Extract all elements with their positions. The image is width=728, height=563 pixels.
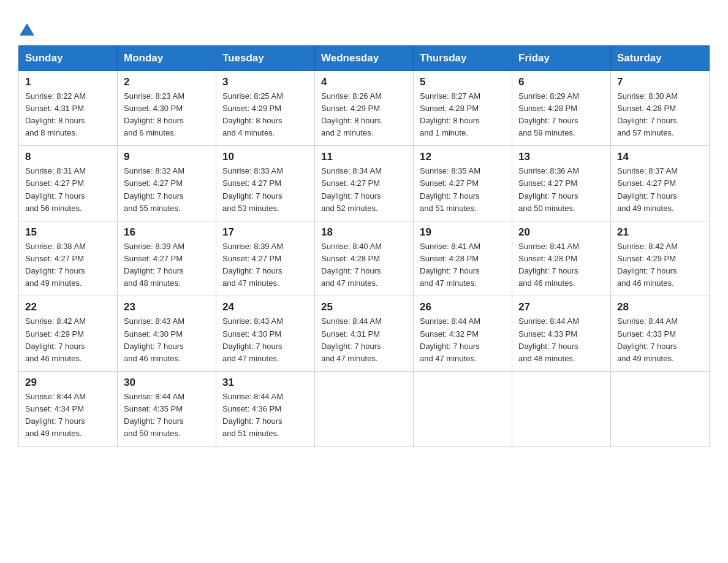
day-number: 20 (518, 226, 604, 239)
day-number: 6 (518, 76, 604, 88)
calendar-cell (611, 372, 710, 447)
calendar-cell: 31 Sunrise: 8:44 AMSunset: 4:36 PMDaylig… (216, 372, 315, 447)
calendar-table: SundayMondayTuesdayWednesdayThursdayFrid… (18, 45, 710, 447)
calendar-cell: 19 Sunrise: 8:41 AMSunset: 4:28 PMDaylig… (414, 221, 512, 296)
day-number: 10 (222, 151, 308, 163)
day-info: Sunrise: 8:39 AMSunset: 4:27 PMDaylight:… (124, 242, 184, 288)
day-number: 7 (617, 76, 703, 88)
day-info: Sunrise: 8:32 AMSunset: 4:27 PMDaylight:… (124, 166, 184, 212)
day-number: 18 (321, 226, 407, 239)
day-number: 2 (124, 76, 210, 88)
day-info: Sunrise: 8:41 AMSunset: 4:28 PMDaylight:… (518, 242, 579, 288)
day-info: Sunrise: 8:33 AMSunset: 4:27 PMDaylight:… (222, 166, 283, 212)
col-header-sunday: Sunday (19, 45, 118, 71)
day-number: 17 (222, 226, 308, 239)
day-number: 13 (518, 151, 604, 163)
day-number: 25 (321, 301, 407, 313)
col-header-tuesday: Tuesday (216, 45, 315, 71)
calendar-cell: 16 Sunrise: 8:39 AMSunset: 4:27 PMDaylig… (118, 221, 216, 296)
col-header-thursday: Thursday (414, 45, 512, 71)
day-info: Sunrise: 8:44 AMSunset: 4:31 PMDaylight:… (321, 316, 382, 362)
day-number: 24 (222, 301, 308, 313)
day-info: Sunrise: 8:39 AMSunset: 4:27 PMDaylight:… (222, 242, 283, 288)
calendar-cell: 23 Sunrise: 8:43 AMSunset: 4:30 PMDaylig… (118, 296, 216, 372)
calendar-cell: 9 Sunrise: 8:32 AMSunset: 4:27 PMDayligh… (118, 146, 216, 221)
day-info: Sunrise: 8:25 AMSunset: 4:29 PMDaylight:… (222, 91, 283, 137)
day-number: 4 (321, 76, 407, 88)
col-header-wednesday: Wednesday (315, 45, 414, 71)
calendar-cell: 1 Sunrise: 8:22 AMSunset: 4:31 PMDayligh… (19, 71, 118, 146)
calendar-cell: 10 Sunrise: 8:33 AMSunset: 4:27 PMDaylig… (216, 146, 315, 221)
day-info: Sunrise: 8:31 AMSunset: 4:27 PMDaylight:… (25, 166, 86, 212)
day-number: 27 (518, 301, 604, 313)
calendar-cell: 15 Sunrise: 8:38 AMSunset: 4:27 PMDaylig… (19, 221, 118, 296)
day-number: 21 (617, 226, 703, 239)
calendar-week-row: 22 Sunrise: 8:42 AMSunset: 4:29 PMDaylig… (19, 296, 710, 372)
calendar-cell: 30 Sunrise: 8:44 AMSunset: 4:35 PMDaylig… (118, 372, 216, 447)
day-number: 9 (124, 151, 210, 163)
day-number: 31 (222, 377, 308, 389)
calendar-cell: 8 Sunrise: 8:31 AMSunset: 4:27 PMDayligh… (19, 146, 118, 221)
col-header-friday: Friday (512, 45, 611, 71)
day-info: Sunrise: 8:26 AMSunset: 4:29 PMDaylight:… (321, 91, 382, 137)
calendar-week-row: 29 Sunrise: 8:44 AMSunset: 4:34 PMDaylig… (19, 372, 710, 447)
day-info: Sunrise: 8:40 AMSunset: 4:28 PMDaylight:… (321, 242, 382, 288)
calendar-cell: 17 Sunrise: 8:39 AMSunset: 4:27 PMDaylig… (216, 221, 315, 296)
calendar-cell: 2 Sunrise: 8:23 AMSunset: 4:30 PMDayligh… (118, 71, 216, 146)
day-info: Sunrise: 8:44 AMSunset: 4:33 PMDaylight:… (617, 316, 678, 362)
day-number: 26 (420, 301, 506, 313)
logo (18, 18, 34, 39)
page-header (18, 12, 710, 39)
day-info: Sunrise: 8:44 AMSunset: 4:36 PMDaylight:… (222, 392, 283, 438)
day-info: Sunrise: 8:44 AMSunset: 4:34 PMDaylight:… (25, 392, 86, 438)
day-number: 8 (25, 151, 111, 163)
day-number: 3 (222, 76, 308, 88)
day-number: 14 (617, 151, 703, 163)
day-info: Sunrise: 8:43 AMSunset: 4:30 PMDaylight:… (124, 316, 184, 362)
day-info: Sunrise: 8:29 AMSunset: 4:28 PMDaylight:… (518, 91, 579, 137)
calendar-cell: 24 Sunrise: 8:43 AMSunset: 4:30 PMDaylig… (216, 296, 315, 372)
day-number: 19 (420, 226, 506, 239)
calendar-cell: 25 Sunrise: 8:44 AMSunset: 4:31 PMDaylig… (315, 296, 414, 372)
calendar-week-row: 1 Sunrise: 8:22 AMSunset: 4:31 PMDayligh… (19, 71, 710, 146)
calendar-cell: 14 Sunrise: 8:37 AMSunset: 4:27 PMDaylig… (611, 146, 710, 221)
day-number: 22 (25, 301, 111, 313)
day-info: Sunrise: 8:30 AMSunset: 4:28 PMDaylight:… (617, 91, 678, 137)
calendar-cell: 21 Sunrise: 8:42 AMSunset: 4:29 PMDaylig… (611, 221, 710, 296)
logo-triangle-icon (20, 23, 34, 36)
day-number: 1 (25, 76, 111, 88)
day-info: Sunrise: 8:27 AMSunset: 4:28 PMDaylight:… (420, 91, 480, 137)
calendar-cell: 6 Sunrise: 8:29 AMSunset: 4:28 PMDayligh… (512, 71, 611, 146)
day-info: Sunrise: 8:42 AMSunset: 4:29 PMDaylight:… (25, 316, 86, 362)
day-info: Sunrise: 8:41 AMSunset: 4:28 PMDaylight:… (420, 242, 480, 288)
day-number: 16 (124, 226, 210, 239)
calendar-cell (512, 372, 611, 447)
day-info: Sunrise: 8:42 AMSunset: 4:29 PMDaylight:… (617, 242, 678, 288)
day-info: Sunrise: 8:36 AMSunset: 4:27 PMDaylight:… (518, 166, 579, 212)
day-number: 28 (617, 301, 703, 313)
day-header-row: SundayMondayTuesdayWednesdayThursdayFrid… (19, 45, 710, 71)
day-number: 29 (25, 377, 111, 389)
calendar-cell: 20 Sunrise: 8:41 AMSunset: 4:28 PMDaylig… (512, 221, 611, 296)
day-info: Sunrise: 8:22 AMSunset: 4:31 PMDaylight:… (25, 91, 86, 137)
day-info: Sunrise: 8:44 AMSunset: 4:33 PMDaylight:… (518, 316, 579, 362)
calendar-week-row: 15 Sunrise: 8:38 AMSunset: 4:27 PMDaylig… (19, 221, 710, 296)
calendar-cell: 12 Sunrise: 8:35 AMSunset: 4:27 PMDaylig… (414, 146, 512, 221)
day-number: 5 (420, 76, 506, 88)
calendar-cell: 5 Sunrise: 8:27 AMSunset: 4:28 PMDayligh… (414, 71, 512, 146)
day-info: Sunrise: 8:34 AMSunset: 4:27 PMDaylight:… (321, 166, 382, 212)
calendar-cell: 26 Sunrise: 8:44 AMSunset: 4:32 PMDaylig… (414, 296, 512, 372)
day-number: 23 (124, 301, 210, 313)
day-info: Sunrise: 8:43 AMSunset: 4:30 PMDaylight:… (222, 316, 283, 362)
calendar-cell: 27 Sunrise: 8:44 AMSunset: 4:33 PMDaylig… (512, 296, 611, 372)
day-number: 11 (321, 151, 407, 163)
calendar-cell: 3 Sunrise: 8:25 AMSunset: 4:29 PMDayligh… (216, 71, 315, 146)
col-header-monday: Monday (118, 45, 216, 71)
day-number: 15 (25, 226, 111, 239)
day-info: Sunrise: 8:23 AMSunset: 4:30 PMDaylight:… (124, 91, 184, 137)
calendar-cell: 11 Sunrise: 8:34 AMSunset: 4:27 PMDaylig… (315, 146, 414, 221)
day-info: Sunrise: 8:44 AMSunset: 4:35 PMDaylight:… (124, 392, 184, 438)
calendar-cell: 4 Sunrise: 8:26 AMSunset: 4:29 PMDayligh… (315, 71, 414, 146)
day-info: Sunrise: 8:35 AMSunset: 4:27 PMDaylight:… (420, 166, 480, 212)
calendar-cell: 22 Sunrise: 8:42 AMSunset: 4:29 PMDaylig… (19, 296, 118, 372)
